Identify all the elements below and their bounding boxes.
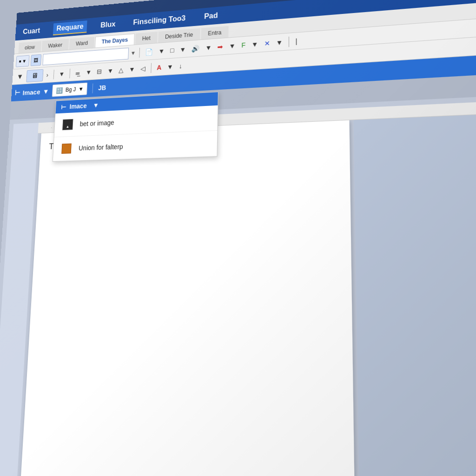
align-icon[interactable]: ⊟ (95, 66, 104, 76)
dropdown-text: Bg J (66, 86, 76, 93)
menu-cuart[interactable]: Cuart (20, 25, 44, 38)
delta-dropdown[interactable]: ▼ (127, 64, 137, 74)
insert-label-text: Imace (22, 88, 40, 96)
sound-dropdown[interactable]: ▼ (203, 42, 214, 52)
pipe-icon: | (293, 36, 299, 46)
tab-ward[interactable]: Ward (69, 37, 95, 50)
shape-icon-graphic (61, 144, 72, 154)
separator1 (139, 47, 140, 57)
bet-or-image-label: bet or image (79, 119, 114, 128)
rect-dropdown[interactable]: ▼ (178, 44, 188, 54)
doc-icon[interactable]: 📄 (143, 47, 155, 57)
f-icon[interactable]: F (239, 40, 248, 50)
separator2 (289, 36, 289, 46)
toolbar-small-btn[interactable]: ■ ▼ (16, 55, 30, 67)
menu-finsciling[interactable]: Finsciling Too3 (129, 12, 189, 29)
tb2-image-btn[interactable]: 🖥 (26, 69, 43, 82)
arrow-dropdown[interactable]: ▼ (227, 41, 238, 51)
separator4 (70, 68, 71, 78)
dropdown-icon: 🔡 (56, 87, 63, 94)
dropdown-header-arrow: ▼ (93, 101, 99, 109)
insert-sep (93, 83, 93, 93)
tab-waker[interactable]: Waker (41, 39, 69, 52)
x-dropdown[interactable]: ▼ (274, 37, 284, 47)
insert-label-arrow: ▼ (43, 87, 49, 95)
toolbar-icon-btn1[interactable]: 🖼 (31, 54, 42, 66)
f-dropdown[interactable]: ▼ (249, 39, 260, 49)
insert-label[interactable]: ⊢ Imace ▼ (14, 87, 49, 97)
bet-or-image-icon (61, 118, 74, 131)
doc-dropdown[interactable]: ▼ (156, 46, 166, 56)
dropdown-arrow-input: ▼ (131, 50, 136, 56)
tri-icon[interactable]: ◁ (139, 64, 147, 73)
separator3 (53, 70, 54, 79)
screen: ncal... ▽ ○ Cuart Requare Blux Finscilin… (0, 0, 476, 476)
right-panel (354, 113, 476, 476)
insert-right-label: JB (98, 84, 106, 92)
icon-btn1: 🖼 (34, 57, 39, 63)
small-btn-icon: ■ (19, 59, 21, 64)
rect-icon[interactable]: □ (168, 45, 176, 55)
menu-requare[interactable]: Requare (53, 20, 87, 35)
menu-pad[interactable]: Pad (200, 9, 222, 23)
tab-het[interactable]: Het (135, 32, 158, 45)
dropdown-chevron: ▼ (78, 86, 84, 93)
tab-olow[interactable]: olow (18, 41, 41, 53)
image-btn-icon: 🖥 (31, 72, 38, 80)
doc-page: The (20, 120, 355, 476)
dropdown-arrow: ▼ (22, 58, 26, 64)
down-icon[interactable]: ↓ (177, 61, 185, 71)
tb2-chevron[interactable]: › (45, 70, 50, 79)
x-icon[interactable]: ✕ (262, 38, 272, 48)
delta-icon[interactable]: △ (117, 65, 126, 74)
union-falterp-icon (60, 142, 73, 155)
menu-blux[interactable]: Blux (97, 18, 119, 31)
a-dropdown[interactable]: ▼ (165, 62, 175, 72)
underline-dropdown[interactable]: ▼ (84, 67, 93, 77)
union-falterp-label: Union for falterp (79, 143, 123, 152)
tb2-btn1[interactable]: ▼ (15, 72, 25, 82)
dropdown-menu: ⊢ Imace ▼ bet or image Union for falterp (53, 92, 218, 162)
image-icon-graphic (62, 119, 73, 130)
insert-label-icon: ⊢ (14, 89, 20, 97)
arrow-icon[interactable]: ➡ (216, 41, 225, 51)
dropdown-header-icon: ⊢ (61, 103, 66, 111)
dropdown-header-text: Imace (69, 102, 87, 110)
underline-icon[interactable]: ≡̲ (73, 68, 82, 77)
insert-dropdown[interactable]: 🔡 Bg J ▼ (52, 82, 88, 97)
separator5 (151, 63, 152, 73)
sound-icon[interactable]: 🔊 (190, 43, 202, 53)
tb2-dropdown[interactable]: ▼ (57, 69, 66, 79)
text-a-icon[interactable]: A (155, 62, 163, 72)
tab-entra[interactable]: Entra (201, 26, 229, 40)
align-dropdown[interactable]: ▼ (106, 66, 116, 75)
